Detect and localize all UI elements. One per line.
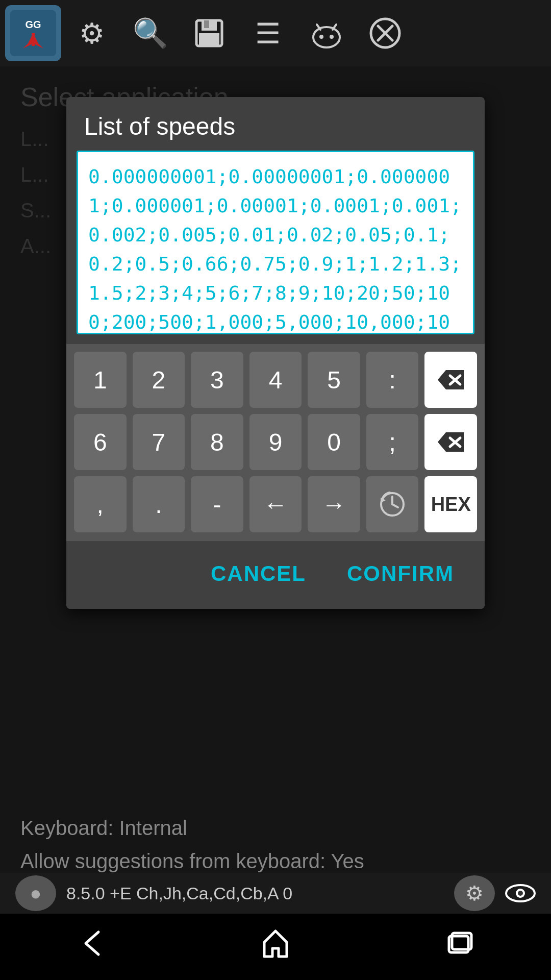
status-eye[interactable] [505,883,536,903]
recents-nav-icon[interactable] [443,927,476,967]
status-text: 8.5.0 +E Ch,Jh,Ca,Cd,Cb,A 0 [66,884,444,903]
modal-overlay: List of speeds 0.000000001;0.00000001;0.… [0,66,551,914]
key-7[interactable]: 7 [133,414,185,470]
svg-point-9 [313,27,340,47]
search-icon[interactable]: 🔍 [122,5,179,61]
svg-rect-8 [199,33,219,46]
keyboard-label: Keyboard: Internal [20,817,531,840]
key-history[interactable] [366,476,419,532]
key-4[interactable]: 4 [249,352,302,408]
save-icon[interactable] [181,5,237,61]
key-backspace-2[interactable] [424,414,477,470]
key-period[interactable]: . [133,476,185,532]
keyboard-row-1: 1 2 3 4 5 : [74,352,477,408]
toolbar: GG ⚙ 🔍 ☰ [0,0,551,66]
svg-point-10 [319,35,323,39]
keyboard-row-3: , . - ← → HEX [74,476,477,532]
dialog-title: List of speeds [66,97,485,151]
cancel-button[interactable]: CANCEL [195,554,321,594]
custom-keyboard: 1 2 3 4 5 : 6 7 8 [66,344,485,541]
key-0[interactable]: 0 [308,414,360,470]
key-1[interactable]: 1 [74,352,127,408]
key-3[interactable]: 3 [191,352,243,408]
key-8[interactable]: 8 [191,414,243,470]
suggestions-label: Allow suggestions from keyboard: Yes [20,850,531,873]
home-nav-icon[interactable] [259,927,292,967]
key-9[interactable]: 9 [249,414,302,470]
status-bar: ● 8.5.0 +E Ch,Jh,Ca,Cd,Cb,A 0 ⚙ [0,873,551,914]
svg-text:GG: GG [25,19,41,30]
bottom-bg-content: Keyboard: Internal Allow suggestions fro… [0,817,551,873]
key-comma[interactable]: , [74,476,127,532]
key-6[interactable]: 6 [74,414,127,470]
key-left-arrow[interactable]: ← [249,476,302,532]
status-gear[interactable]: ⚙ [454,875,495,911]
key-hex[interactable]: HEX [424,476,477,532]
gear-icon[interactable]: ⚙ [64,5,120,61]
app-icon[interactable]: GG [5,5,61,61]
android-icon[interactable] [298,5,355,61]
back-nav-icon[interactable] [76,927,109,967]
key-right-arrow[interactable]: → [308,476,360,532]
key-minus[interactable]: - [191,476,243,532]
key-backspace-1[interactable] [424,352,477,408]
svg-rect-4 [32,33,35,46]
svg-rect-7 [204,20,209,28]
key-2[interactable]: 2 [133,352,185,408]
svg-point-26 [518,891,523,896]
speeds-dialog: List of speeds 0.000000001;0.00000001;0.… [66,97,485,609]
key-colon[interactable]: : [366,352,419,408]
status-avatar-left: ● [15,875,56,911]
keyboard-row-2: 6 7 8 9 0 ; [74,414,477,470]
nav-bar [0,914,551,980]
dialog-actions: CANCEL CONFIRM [66,541,485,609]
key-semicolon[interactable]: ; [366,414,419,470]
list-icon[interactable]: ☰ [240,5,296,61]
svg-point-11 [330,35,334,39]
confirm-button[interactable]: CONFIRM [332,554,469,594]
speed-input[interactable]: 0.000000001;0.00000001;0.0000001;0.00000… [77,151,474,334]
close-icon[interactable] [357,5,413,61]
key-5[interactable]: 5 [308,352,360,408]
